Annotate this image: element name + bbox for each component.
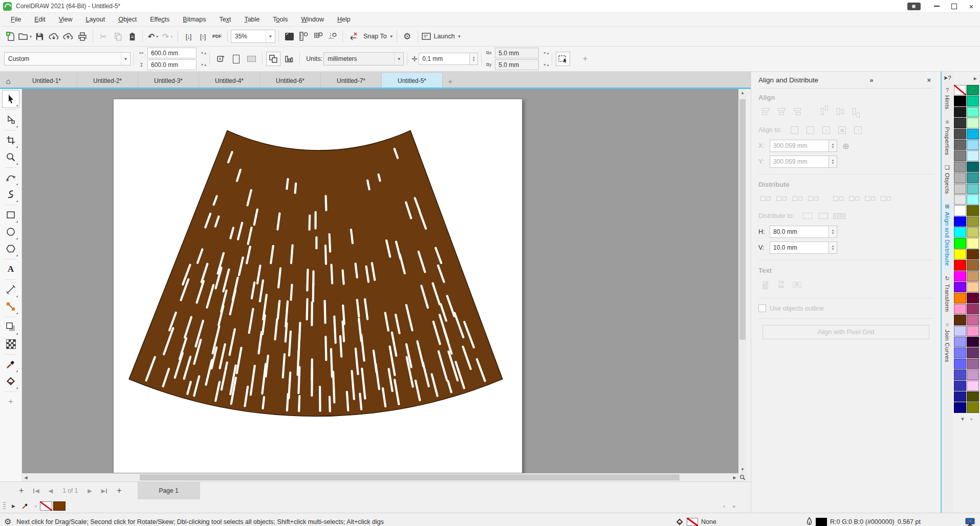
v-spinner[interactable]: ▲▼ [829, 242, 837, 254]
menu-edit[interactable]: Edit [28, 16, 52, 23]
text-align-bounding-button[interactable]: Aa Bb [774, 278, 788, 291]
align-right-button[interactable] [790, 105, 804, 118]
distribute-spacing-v-button[interactable] [863, 192, 877, 205]
import-button[interactable]: [↓] [182, 29, 195, 43]
palette-swatch-00ffff[interactable] [954, 227, 966, 237]
align-with-pixel-grid-button[interactable]: Align with Pixel Grid [763, 325, 929, 339]
save-to-cloud-button[interactable] [61, 29, 75, 43]
current-page-size-button[interactable] [281, 52, 296, 66]
align-to-specified-point-button[interactable]: + [851, 124, 865, 136]
shape-tool[interactable] [3, 112, 19, 128]
palette-swatch-333333[interactable] [954, 118, 966, 128]
menu-window[interactable]: Window [294, 16, 330, 23]
units-caret-icon[interactable]: ▼ [394, 53, 403, 65]
menu-file[interactable]: File [4, 16, 28, 23]
palette-swatch-7f00ff[interactable] [954, 282, 966, 292]
quick-zoom-button[interactable] [738, 473, 747, 481]
options-button[interactable]: ⚙ [401, 29, 414, 43]
palette-swatch-663300[interactable] [967, 249, 979, 259]
palette-swatch-ffcc99[interactable] [967, 282, 979, 292]
distribute-extent-selection-button[interactable] [800, 210, 814, 222]
palette-swatch-00b7eb[interactable] [967, 129, 979, 139]
polygon-tool[interactable] [3, 240, 19, 257]
scroll-up-icon[interactable]: ▲ [738, 89, 747, 97]
h-spinner[interactable]: ▲▼ [829, 226, 837, 238]
status-gear-icon[interactable]: ⚙ [4, 517, 11, 526]
drop-shadow-tool[interactable] [3, 319, 19, 336]
color-eyedropper-tool[interactable] [3, 356, 19, 373]
zoom-level-combo[interactable]: 35% ▼ [231, 30, 275, 43]
palette-swatch-ccf2ff[interactable] [967, 150, 979, 161]
export-button[interactable]: [↑] [196, 29, 209, 43]
new-document-button[interactable] [4, 29, 17, 43]
palette-flyout-icon[interactable]: ▶ [12, 503, 15, 509]
distribute-left-button[interactable] [758, 192, 772, 205]
dimension-tool[interactable] [3, 281, 19, 298]
text-align-baseline-button[interactable]: Aa Bb [758, 278, 772, 291]
menu-effects[interactable]: Effects [143, 16, 176, 23]
doc-tab-untitled-6[interactable]: Untitled-6* [260, 73, 321, 89]
snap-to-caret-icon[interactable]: ▼ [389, 34, 394, 39]
palette-swatch-1a1a99[interactable] [954, 391, 966, 402]
redo-button[interactable]: ↷▾ [161, 29, 174, 43]
palette-swatch-0000ff[interactable] [954, 216, 966, 227]
open-button[interactable]: ▾ [18, 29, 32, 43]
open-from-cloud-button[interactable] [47, 29, 60, 43]
menu-object[interactable]: Object [112, 16, 143, 23]
save-button[interactable] [33, 29, 46, 43]
vscroll-thumb[interactable] [739, 99, 746, 340]
palette-swatch-cc9966[interactable] [967, 271, 979, 281]
docker-tab-align-and-distribute[interactable]: ⊞Align and Distribute [942, 200, 953, 270]
docker-collapse-icon[interactable]: » [867, 76, 876, 84]
palette-scroll-left-icon[interactable]: ‹ [35, 502, 37, 510]
palette-swatch-330033[interactable] [967, 337, 979, 347]
palette-swatch-ff99cc[interactable] [954, 304, 966, 314]
palette-expand-icon[interactable]: » [970, 417, 972, 422]
menu-layout[interactable]: Layout [79, 16, 112, 23]
page-tab[interactable]: Page 1 [138, 482, 200, 499]
snap-off-button[interactable] [346, 29, 360, 43]
specify-point-icon[interactable]: ⊕ [842, 141, 849, 151]
add-tool-tool[interactable]: + [3, 393, 19, 410]
distribute-top-button[interactable] [831, 192, 845, 205]
next-page-button[interactable]: ▶ [88, 488, 92, 494]
zoom-tool[interactable] [3, 149, 19, 166]
palette-swatch-666600[interactable] [967, 205, 979, 215]
minimize-button[interactable] [928, 0, 945, 12]
show-guidelines-button[interactable] [325, 29, 339, 43]
palette-swatch-1a1a1a[interactable] [954, 107, 966, 117]
palette-swatch-ccccff[interactable] [954, 326, 966, 336]
duplicate-y-spinner[interactable]: ▾ ▴ [543, 62, 549, 67]
duplicate-x-field[interactable]: 5.0 mm [495, 48, 539, 58]
palette-swatch-5e2f0d[interactable] [954, 315, 966, 325]
pick-tool[interactable] [2, 90, 19, 108]
palette-swatch-cccccc[interactable] [954, 184, 966, 194]
palette-swatch-808080[interactable] [954, 150, 966, 161]
palette-swatch-cccc66[interactable] [967, 227, 979, 237]
distribute-bottom-button[interactable] [879, 192, 892, 205]
landscape-button[interactable] [244, 52, 258, 66]
docker-tab-properties[interactable]: ≡Properties [942, 115, 953, 159]
palette-swatch-cc99cc[interactable] [967, 369, 979, 380]
freehand-tool[interactable] [3, 169, 19, 186]
align-center-vertical-button[interactable] [833, 105, 847, 118]
palette-swatch-999999[interactable] [954, 162, 966, 172]
new-document-tab-button[interactable]: + [443, 73, 458, 89]
doc-tab-untitled-2[interactable]: Untitled-2* [77, 73, 138, 89]
palette-swatch-ff00ff[interactable] [954, 271, 966, 281]
menu-table[interactable]: Table [237, 16, 266, 23]
align-bottom-button[interactable] [849, 105, 863, 118]
palette-grip-handle[interactable] [3, 502, 6, 510]
palette-swatch-cc6699[interactable] [967, 315, 979, 325]
align-center-horizontal-button[interactable] [774, 105, 788, 118]
x-field[interactable]: 300.059 mm [770, 140, 829, 152]
palette-swatch-4d4d00[interactable] [967, 391, 979, 402]
doc-tab-untitled-7[interactable]: Untitled-7* [321, 73, 382, 89]
menu-tools[interactable]: Tools [266, 16, 294, 23]
palette-swatch-ffccff[interactable] [967, 381, 979, 391]
align-to-active-objects-button[interactable] [788, 124, 801, 136]
previous-page-button[interactable]: ◀ [49, 488, 53, 494]
duplicate-y-field[interactable]: 5.0 mm [495, 59, 539, 70]
y-field[interactable]: 300.059 mm [770, 156, 829, 168]
scroll-right-icon[interactable]: ▶ [731, 475, 738, 480]
